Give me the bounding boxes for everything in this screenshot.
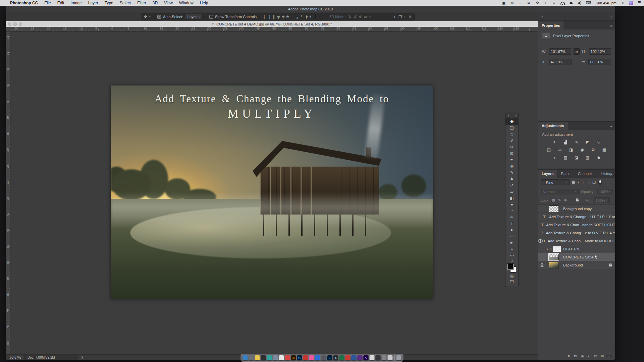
layer-filter-toggle[interactable]: [598, 180, 602, 185]
tab-adjustments[interactable]: Adjustments: [538, 122, 568, 130]
layer-name[interactable]: Background copy: [563, 207, 592, 211]
filter-type-layers-icon[interactable]: T: [582, 180, 584, 184]
color-balance-icon[interactable]: ⚖: [556, 147, 564, 153]
dock-app-20[interactable]: [358, 355, 363, 360]
quick-mask-button[interactable]: ◎: [510, 273, 514, 279]
lock-transparency-icon[interactable]: ▦: [552, 198, 555, 202]
vibrance-icon[interactable]: ▽: [595, 139, 603, 145]
layer-thumbnail[interactable]: T: [541, 214, 547, 220]
tool-preset-caret-icon[interactable]: ˅: [149, 15, 151, 18]
exposure-icon[interactable]: ◩: [584, 139, 592, 145]
dock-trash[interactable]: [396, 355, 401, 360]
align-right-icon[interactable]: ╢: [273, 15, 275, 19]
history-brush-tool[interactable]: ↺: [505, 182, 518, 188]
dock-aftereffects[interactable]: Ae: [364, 355, 369, 360]
align-middle-v-icon[interactable]: ╪: [282, 15, 284, 19]
menu-image[interactable]: Image: [70, 1, 82, 5]
blur-tool[interactable]: ●: [505, 201, 518, 207]
distribute-right-icon[interactable]: ╡: [310, 15, 312, 19]
menu-type[interactable]: Type: [105, 1, 113, 5]
edit-toolbar-button[interactable]: ⋯: [505, 252, 518, 258]
layer-row[interactable]: TAdd Texture & Chan...ode to SOFT LIGHT: [538, 221, 615, 229]
menu-filter[interactable]: Filter: [137, 1, 146, 5]
eraser-tool[interactable]: ▱: [505, 188, 518, 195]
dock-app-25[interactable]: [388, 355, 393, 360]
dock-app-4[interactable]: [261, 355, 266, 360]
dock-illustrator[interactable]: Ai: [291, 355, 296, 360]
layer-thumbnail-image[interactable]: [549, 205, 559, 212]
sidecar-display-icon[interactable]: ⧉: [527, 0, 531, 5]
dock-finder[interactable]: [243, 355, 248, 360]
properties-menu-icon[interactable]: ≡: [610, 23, 612, 27]
y-field[interactable]: 66.51%: [588, 59, 611, 65]
dock-bridge[interactable]: Br: [333, 355, 338, 360]
lock-paint-icon[interactable]: ✎: [558, 198, 561, 202]
gradient-map-icon[interactable]: ▥: [584, 155, 592, 160]
filter-adjustment-layers-icon[interactable]: ◐: [577, 180, 580, 184]
brush-tool[interactable]: ✎: [505, 169, 518, 176]
auto-select-checkbox[interactable]: ✓: [157, 15, 161, 19]
flash-icon[interactable]: ϟ: [519, 0, 523, 5]
more-options-icon[interactable]: ⋯: [319, 15, 323, 19]
layer-name[interactable]: CONCRETE Set 4: [563, 255, 593, 259]
3d-drag-icon[interactable]: ✥: [359, 15, 362, 19]
screen-record-icon[interactable]: ▣: [502, 0, 506, 5]
panel-dock-collapse-icon[interactable]: ˅: [610, 15, 612, 18]
layer-visibility-toggle[interactable]: [538, 261, 546, 269]
adjustments-menu-icon[interactable]: ≡: [610, 124, 612, 128]
width-field[interactable]: 101.67%: [549, 48, 571, 55]
link-dimensions-icon[interactable]: ∞: [574, 48, 580, 55]
layer-row[interactable]: Background: [538, 261, 615, 269]
siri-icon[interactable]: [629, 1, 633, 5]
3d-rotate-icon[interactable]: ↻: [348, 15, 352, 19]
distribute-left-icon[interactable]: ╞: [305, 15, 308, 19]
search-icon[interactable]: ⌕: [393, 15, 395, 19]
dock-app-18[interactable]: [345, 355, 351, 360]
menu-view[interactable]: View: [164, 1, 173, 5]
dock-app-7[interactable]: [279, 355, 284, 360]
dock-photoshop[interactable]: Ps: [297, 355, 302, 360]
layer-name[interactable]: Add Texture & Chan... Mode to MULTIPLY: [548, 239, 615, 243]
layer-filter-kind-dropdown[interactable]: ⌕ Kind ˅: [541, 179, 570, 185]
new-adjustment-layer-icon[interactable]: ◐: [588, 354, 590, 358]
layer-visibility-toggle[interactable]: [538, 221, 540, 229]
spotlight-icon[interactable]: ⌕: [621, 0, 625, 5]
healing-brush-tool[interactable]: ✚: [505, 163, 518, 169]
new-layer-icon[interactable]: ⊞: [601, 354, 604, 358]
dock-app-11[interactable]: [303, 355, 308, 360]
document-tab[interactable]: ⟳CONCRETE set 4 DEMO.jpg @ 66.7% (CONCRE…: [6, 22, 538, 26]
layer-thumbnail[interactable]: [546, 205, 561, 212]
dock-app-2[interactable]: [249, 355, 254, 360]
layer-visibility-toggle[interactable]: [538, 237, 543, 245]
document-canvas[interactable]: Add Texture & Change the Blending Mode t…: [111, 85, 433, 299]
status-chevron-icon[interactable]: ❯: [81, 356, 84, 359]
menu-app-name[interactable]: Photoshop CC: [10, 1, 38, 5]
volume-icon[interactable]: ◀): [578, 0, 582, 5]
tools-panel-expand-icon[interactable]: »: [515, 114, 517, 117]
rectangular-marquee-tool[interactable]: ❏: [505, 125, 518, 131]
3d-roll-icon[interactable]: ↺: [354, 15, 357, 19]
dock-lightroom[interactable]: Lr: [327, 355, 332, 360]
layer-row[interactable]: TAdd Texture & Chang....e to O V E R L A…: [538, 229, 615, 237]
layer-thumbnail[interactable]: T: [540, 230, 544, 236]
menu-file[interactable]: File: [44, 1, 51, 5]
align-center-h-icon[interactable]: ╫: [268, 15, 271, 19]
lock-position-icon[interactable]: ✥: [564, 198, 567, 202]
dock-app-6[interactable]: [273, 355, 278, 360]
levels-icon[interactable]: ▟: [561, 139, 570, 145]
layer-name[interactable]: Background: [563, 263, 583, 267]
time-machine-icon[interactable]: ⟲: [535, 0, 539, 5]
crop-tool[interactable]: ✂: [505, 144, 518, 150]
threshold-icon[interactable]: ◪: [573, 155, 581, 160]
menu-help[interactable]: Help: [200, 1, 208, 5]
layer-visibility-toggle[interactable]: [538, 205, 546, 213]
tools-panel-close-icon[interactable]: ✕: [507, 114, 509, 117]
layer-name[interactable]: Add Texture & Chan...ode to SOFT LIGHT: [546, 223, 615, 227]
layer-name[interactable]: Add Texture & Change... U L T I P L Y or: [549, 215, 615, 219]
layer-row[interactable]: TAdd Texture & Chan... Mode to MULTIPLY: [538, 237, 615, 245]
posterize-icon[interactable]: ▨: [561, 155, 570, 160]
ruler-origin-corner[interactable]: [6, 27, 10, 32]
clone-stamp-tool[interactable]: ♟: [505, 176, 518, 182]
hand-tool[interactable]: ☛: [505, 239, 518, 246]
window-titlebar[interactable]: Adobe Photoshop CC 2019: [6, 6, 615, 13]
